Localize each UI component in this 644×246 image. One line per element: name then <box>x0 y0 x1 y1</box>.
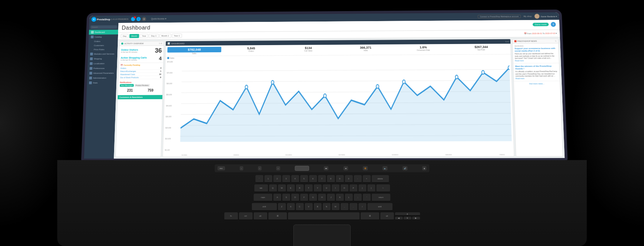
key-m[interactable]: M <box>332 203 340 211</box>
stat-conversion[interactable]: 1.6% Conversion Rate <box>396 45 451 53</box>
key-q[interactable]: Q <box>269 184 277 192</box>
back-key[interactable]: ‹ <box>240 166 243 170</box>
demo-mode-btn[interactable]: Demo mode <box>533 23 549 26</box>
key-backslash[interactable]: \ <box>376 184 390 192</box>
news-actions[interactable]: ↻ <box>555 40 556 42</box>
key-cmd-left[interactable]: ⌘ <box>268 212 287 220</box>
key-down[interactable]: ▼ <box>404 217 411 220</box>
sidebar-item-catalog[interactable]: Catalog <box>89 34 118 39</box>
pending-stock-link[interactable]: Out of Stock Products <box>120 76 139 78</box>
key-4[interactable]: 4 <box>291 175 299 183</box>
key-left[interactable]: ◀ <box>395 217 403 220</box>
tab-year[interactable]: Year <box>140 34 148 38</box>
key-v[interactable]: V <box>305 203 313 211</box>
key-w[interactable]: W <box>278 184 286 192</box>
esc-key[interactable]: esc <box>218 166 225 170</box>
key-u[interactable]: U <box>323 184 331 192</box>
key-slash[interactable]: / <box>358 203 366 211</box>
key-c[interactable]: C <box>296 203 304 211</box>
trackpad[interactable] <box>293 225 351 246</box>
brightness-key[interactable]: ⏮ <box>324 166 328 170</box>
key-i[interactable]: I <box>332 184 340 192</box>
key-r[interactable]: R <box>296 184 304 192</box>
news-title-2[interactable]: Meet the winners of the PrestaShop Award… <box>515 65 558 70</box>
sidebar-item-orders[interactable]: Orders <box>88 39 118 43</box>
key-z[interactable]: Z <box>278 203 286 211</box>
key-open-bracket[interactable]: [ <box>358 184 366 192</box>
key-semicolon[interactable]: ; <box>354 194 362 202</box>
sidebar-item-stats[interactable]: Stats <box>87 80 117 85</box>
key-right[interactable]: ▶ <box>412 217 420 220</box>
connect-marketplace-btn[interactable]: Connect to PrestaShop Marketplace accoun… <box>478 15 521 18</box>
tab-month[interactable]: Month <box>129 34 139 38</box>
key-5[interactable]: 5 <box>300 175 308 183</box>
key-d[interactable]: D <box>291 194 299 202</box>
key-a[interactable]: A <box>273 194 281 202</box>
key-6[interactable]: 6 <box>309 175 317 183</box>
key-delete[interactable]: delete <box>372 175 389 183</box>
search-input[interactable] <box>91 25 117 29</box>
key-l[interactable]: L <box>345 194 353 202</box>
key-n[interactable]: N <box>323 203 331 211</box>
vol-down-key[interactable]: 🔈 <box>382 166 387 170</box>
sidebar-item-administration[interactable]: Administration <box>87 76 117 81</box>
notif-tab-reviews[interactable]: Product Reviews <box>135 84 150 87</box>
key-3[interactable]: 3 <box>282 175 290 183</box>
vol-up-key[interactable]: 🔊 <box>402 166 408 170</box>
key-return[interactable]: return <box>372 194 390 202</box>
key-j[interactable]: J <box>327 194 335 202</box>
key-2[interactable]: 2 <box>273 175 281 183</box>
key-shift-left[interactable]: shift <box>252 203 277 211</box>
key-quote[interactable]: ' <box>363 194 371 202</box>
key-7[interactable]: 7 <box>318 175 326 183</box>
forward-key[interactable]: › <box>258 166 262 170</box>
key-close-bracket[interactable]: ] <box>367 184 375 192</box>
key-9[interactable]: 9 <box>336 175 344 183</box>
key-minus[interactable]: - <box>354 175 362 183</box>
tab-day-1[interactable]: Day-1 <box>149 34 158 38</box>
key-t[interactable]: T <box>305 184 313 192</box>
key-b[interactable]: B <box>314 203 322 211</box>
key-y[interactable]: Y <box>314 184 322 192</box>
stat-orders[interactable]: 5,845 Orders <box>224 47 278 54</box>
notif-tab-messages[interactable]: New Messages <box>120 84 134 87</box>
touchbar-center[interactable] <box>295 166 309 171</box>
chart-actions[interactable]: ↻ ✕ <box>505 40 509 43</box>
key-shift-right[interactable]: shift <box>367 203 392 211</box>
stat-sales[interactable]: $782,048 Sales <box>167 47 221 55</box>
key-0[interactable]: 0 <box>345 175 353 183</box>
customers-section[interactable]: Customers & Newsletters <box>118 95 162 99</box>
key-option[interactable]: alt <box>254 212 267 220</box>
key-cmd-right[interactable]: ⌘ <box>361 212 379 220</box>
key-fn[interactable]: fn <box>224 212 238 220</box>
sidebar-item-price-rules[interactable]: Price Rules <box>88 47 117 52</box>
key-p[interactable]: P <box>350 184 357 192</box>
help-btn[interactable]: ? <box>551 22 556 27</box>
key-option-right[interactable]: alt <box>380 212 394 220</box>
key-f[interactable]: F <box>300 194 308 202</box>
key-h[interactable]: H <box>318 194 326 202</box>
search-tb-key[interactable]: ⌕ <box>276 166 280 170</box>
key-backtick[interactable]: ` <box>255 175 263 183</box>
pending-returns-link[interactable]: Return/Exchanges <box>120 70 136 72</box>
key-8[interactable]: 8 <box>327 175 335 183</box>
quick-access-btn[interactable]: Quick Access ▾ <box>151 18 166 20</box>
key-up[interactable]: ▲ <box>395 212 420 216</box>
tab-year-1[interactable]: Year-1 <box>172 34 182 38</box>
key-1[interactable]: 1 <box>264 175 272 183</box>
key-k[interactable]: K <box>336 194 344 202</box>
user-icon[interactable]: 👤 <box>137 17 141 21</box>
sidebar-item-shipping[interactable]: Shipping <box>88 56 117 61</box>
key-x[interactable]: X <box>287 203 295 211</box>
sidebar-item-preferences[interactable]: Preferences <box>87 66 117 71</box>
pending-orders-link[interactable]: Orders <box>120 67 126 69</box>
key-ctrl[interactable]: ctrl <box>239 212 253 220</box>
mail-icon[interactable]: ✉ <box>142 17 146 21</box>
tab-month-1[interactable]: Month-1 <box>159 34 171 38</box>
key-o[interactable]: O <box>341 184 348 192</box>
pending-carts-link[interactable]: Abandoned Carts <box>120 73 135 76</box>
key-equals[interactable]: = <box>363 175 371 183</box>
sidebar-item-localization[interactable]: Localization <box>88 61 117 66</box>
sidebar-item-dashboard[interactable]: Dashboard <box>89 30 118 35</box>
news-more-link[interactable]: find more news... <box>529 82 544 85</box>
